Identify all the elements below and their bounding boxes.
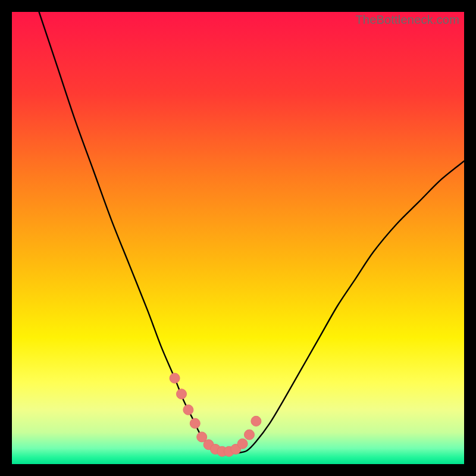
plot-area: TheBottleneck.com bbox=[12, 12, 464, 464]
highlight-marker bbox=[237, 439, 248, 449]
watermark-text: TheBottleneck.com bbox=[355, 13, 459, 27]
highlight-marker bbox=[251, 416, 261, 426]
highlight-marker bbox=[183, 405, 193, 415]
highlight-marker bbox=[170, 373, 180, 383]
curves-layer bbox=[12, 12, 464, 464]
chart-frame: TheBottleneck.com bbox=[0, 0, 476, 476]
highlight-markers bbox=[170, 373, 261, 456]
highlight-marker bbox=[190, 418, 200, 428]
highlight-marker bbox=[177, 389, 187, 399]
bottleneck-curve bbox=[39, 12, 464, 453]
highlight-marker bbox=[245, 430, 255, 440]
